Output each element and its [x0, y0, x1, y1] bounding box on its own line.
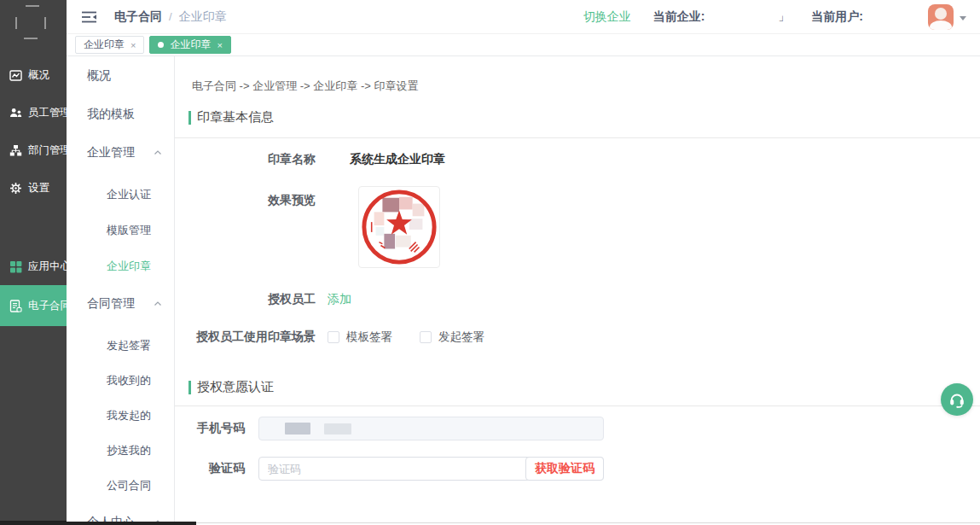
switch-company-link[interactable]: 切换企业 — [583, 9, 631, 25]
current-company-suffix: 」 — [778, 9, 789, 25]
menu-item-template-management[interactable]: 模版管理 — [67, 213, 174, 248]
app-window: 概况 员工管理 部门管理 设置 应用中心 — [0, 0, 980, 525]
window-bottom-strip — [0, 522, 196, 525]
breadcrumb-app-title: 电子合同 — [114, 9, 162, 25]
overview-icon — [9, 69, 22, 82]
sidebar-item-label: 概况 — [28, 68, 49, 83]
sidebar-item-label: 设置 — [28, 181, 49, 195]
sidebar-item-app-center[interactable]: 应用中心 — [0, 248, 67, 285]
menu-item-initiated-by-me[interactable]: 我发起的 — [67, 398, 174, 433]
menu-item-label: 我的模板 — [87, 107, 135, 122]
seal-name-value: 系统生成企业印章 — [350, 152, 445, 167]
phone-input-disabled — [258, 417, 604, 440]
menu-item-enterprise-seal[interactable]: 企业印章 — [67, 248, 174, 284]
chevron-up-icon — [154, 300, 162, 308]
phone-label: 手机号码 — [175, 421, 245, 436]
page-path: 电子合同 -> 企业管理 -> 企业印章 -> 印章设置 — [192, 79, 980, 94]
menu-item-label: 我发起的 — [107, 408, 151, 423]
menu-item-enterprise-management[interactable]: 企业管理 — [67, 133, 174, 172]
current-company-value-redacted — [705, 11, 778, 23]
user-avatar[interactable] — [928, 4, 954, 30]
menu-item-enterprise-certification[interactable]: 企业认证 — [67, 177, 174, 213]
sidebar-item-e-contract[interactable]: 电子合同 — [0, 285, 67, 326]
top-header: 电子合同 / 企业印章 切换企业 当前企业: 」 当前用户: — [67, 0, 980, 34]
sidebar-item-departments[interactable]: 部门管理 — [0, 131, 67, 169]
menu-item-label: 企业认证 — [107, 187, 151, 202]
window-bottom-line — [196, 522, 980, 523]
menu-item-initiate-signing[interactable]: 发起签署 — [67, 328, 174, 363]
checkbox-label: 发起签署 — [438, 330, 484, 345]
add-staff-link[interactable]: 添加 — [328, 292, 351, 307]
menu-item-overview[interactable]: 概况 — [67, 56, 174, 95]
checkbox-box[interactable] — [420, 331, 432, 343]
sidebar-item-settings[interactable]: 设置 — [0, 169, 67, 207]
collapse-menu-icon[interactable] — [82, 11, 97, 23]
get-code-button[interactable]: 获取验证码 — [525, 457, 604, 481]
form-row-verification-code: 验证码 获取验证码 — [175, 457, 980, 481]
breadcrumb-current-page: 企业印章 — [179, 9, 227, 25]
chevron-up-icon — [154, 149, 162, 157]
section-title-authorization: 授权意愿认证 — [188, 379, 980, 395]
tab-enterprise-seal-active[interactable]: 企业印章 × — [149, 36, 230, 54]
menu-item-label: 抄送我的 — [107, 443, 151, 458]
authorized-staff-label: 授权员工 — [175, 292, 316, 307]
form-row-authorized-staff: 授权员工 添加 — [175, 292, 980, 307]
current-user-label: 当前用户: — [811, 9, 863, 25]
tab-label: 企业印章 — [170, 38, 211, 52]
section-divider — [175, 405, 980, 406]
company-logo — [0, 0, 67, 48]
seal-preview-image — [358, 186, 440, 268]
menu-item-label: 公司合同 — [107, 478, 151, 493]
sidebar-item-label: 电子合同 — [28, 299, 71, 313]
menu-item-label: 模版管理 — [107, 223, 151, 238]
form-row-seal-preview: 效果预览 — [175, 186, 980, 268]
customer-service-button[interactable] — [941, 383, 973, 416]
section-divider — [175, 137, 980, 138]
menu-item-label: 概况 — [87, 68, 111, 84]
employees-icon — [9, 107, 22, 120]
menu-item-cc-to-me[interactable]: 抄送我的 — [67, 433, 174, 468]
secondary-sidebar: 概况 我的模板 企业管理 企业认证 模版管理 企业印章 合同管理 发起签署 我收… — [67, 56, 175, 525]
current-user-value-redacted — [863, 11, 923, 23]
form-row-seal-name: 印章名称 系统生成企业印章 — [175, 152, 980, 167]
section-title-seal-info: 印章基本信息 — [188, 109, 980, 125]
menu-item-contract-management[interactable]: 合同管理 — [67, 284, 174, 323]
form-row-phone: 手机号码 — [175, 417, 980, 440]
sidebar-item-label: 部门管理 — [28, 143, 71, 158]
menu-item-company-contracts[interactable]: 公司合同 — [67, 468, 174, 503]
app-center-grid-icon — [9, 260, 22, 273]
phone-redacted-block — [285, 423, 310, 435]
e-contract-icon — [9, 300, 22, 312]
verification-code-label: 验证码 — [175, 461, 245, 476]
menu-item-my-templates[interactable]: 我的模板 — [67, 95, 174, 133]
checkbox-initiate-signing[interactable]: 发起签署 — [420, 330, 484, 345]
tab-enterprise-seal[interactable]: 企业印章 × — [75, 36, 144, 54]
chevron-down-icon[interactable] — [960, 16, 966, 20]
phone-redacted-block — [324, 423, 351, 435]
sidebar-item-label: 员工管理 — [28, 106, 71, 120]
tab-active-dot — [158, 42, 164, 48]
menu-item-label: 我收到的 — [107, 373, 151, 388]
tab-label: 企业印章 — [84, 38, 125, 52]
departments-icon — [9, 144, 22, 157]
breadcrumb-separator: / — [169, 10, 172, 23]
current-company-label: 当前企业: — [653, 9, 705, 25]
main-content: 电子合同 -> 企业管理 -> 企业印章 -> 印章设置 印章基本信息 印章名称… — [175, 56, 980, 525]
headset-icon — [948, 390, 966, 409]
sidebar-item-employees[interactable]: 员工管理 — [0, 94, 67, 131]
checkbox-template-signing[interactable]: 模板签署 — [328, 330, 392, 345]
close-icon[interactable]: × — [130, 40, 136, 50]
seal-preview-label: 效果预览 — [175, 186, 316, 208]
menu-item-received[interactable]: 我收到的 — [67, 363, 174, 398]
settings-gear-icon — [9, 182, 22, 195]
seal-scene-label: 授权员工使用印章场景 — [175, 330, 316, 345]
sidebar-item-overview[interactable]: 概况 — [0, 56, 67, 94]
seal-name-label: 印章名称 — [175, 152, 316, 167]
open-tabs-bar: 企业印章 × 企业印章 × — [67, 34, 980, 56]
form-row-seal-scenes: 授权员工使用印章场景 模板签署 发起签署 — [175, 330, 980, 345]
primary-sidebar: 概况 员工管理 部门管理 设置 应用中心 — [0, 0, 67, 525]
close-icon[interactable]: × — [217, 40, 222, 50]
checkbox-box[interactable] — [328, 331, 339, 343]
checkbox-label: 模板签署 — [346, 330, 392, 345]
enterprise-management-submenu: 企业认证 模版管理 企业印章 — [67, 177, 174, 284]
